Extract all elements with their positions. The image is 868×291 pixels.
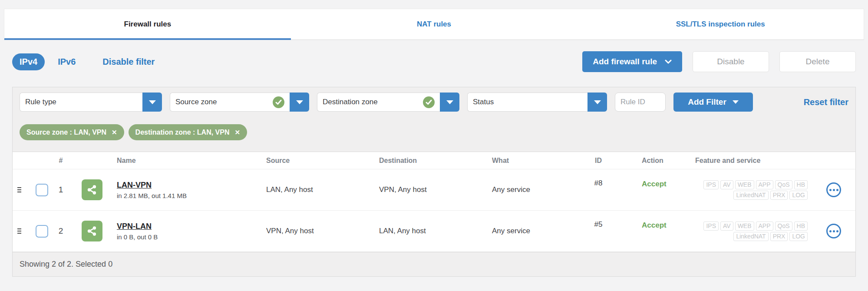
ellipsis-icon xyxy=(836,189,838,191)
header-destination: Destination xyxy=(373,157,485,165)
ellipsis-icon xyxy=(836,230,838,232)
rule-source: VPN, Any host xyxy=(260,227,373,235)
tab-nat-rules[interactable]: NAT rules xyxy=(291,9,578,40)
ipv6-toggle[interactable]: IPv6 xyxy=(58,57,76,67)
rule-name-cell: LAN-VPN in 2.81 MB, out 1.41 MB xyxy=(110,181,260,199)
destination-zone-filter-label-box: Destination zone xyxy=(317,93,440,112)
source-zone-filter-dropdown[interactable]: Source zone xyxy=(170,93,309,112)
firewall-rules-table: # Name Source Destination What ID Action… xyxy=(13,152,855,252)
feature-badge: LinkedNAT xyxy=(733,232,768,241)
feature-badges: IPS AV WEB APP QoS HB LinkedNAT PRX LOG xyxy=(663,180,812,200)
feature-badge: AV xyxy=(720,180,733,189)
feature-badge: LOG xyxy=(789,191,808,200)
tab-label: Firewall rules xyxy=(124,20,172,29)
feature-badge: PRX xyxy=(770,191,788,200)
rule-traffic: in 0 B, out 0 B xyxy=(117,233,260,241)
disable-button[interactable]: Disable xyxy=(693,51,769,72)
header-source: Source xyxy=(260,157,373,165)
rule-action: Accept xyxy=(616,169,663,188)
ipv4-toggle[interactable]: IPv4 xyxy=(12,53,45,70)
close-icon[interactable]: ✕ xyxy=(235,129,241,136)
feature-badge: IPS xyxy=(703,180,719,189)
triangle-down-icon xyxy=(446,100,453,104)
add-filter-button[interactable]: Add Filter xyxy=(673,93,753,112)
tab-firewall-rules[interactable]: Firewall rules xyxy=(4,9,291,40)
firewall-rules-panel: Rule type Source zone Destination zone xyxy=(12,87,856,277)
feature-badge: PRX xyxy=(770,232,788,241)
feature-badge: QoS xyxy=(775,222,792,231)
row-menu-button[interactable] xyxy=(826,224,841,238)
check-circle-icon xyxy=(423,96,435,108)
rule-destination: LAN, Any host xyxy=(373,227,485,235)
row-menu-button[interactable] xyxy=(826,182,841,197)
feature-badges: IPS AV WEB APP QoS HB LinkedNAT PRX LOG xyxy=(663,222,812,241)
row-menu-cell xyxy=(826,182,841,197)
triangle-down-icon xyxy=(594,100,601,104)
rule-id-input[interactable] xyxy=(615,93,666,112)
drag-handle-icon[interactable] xyxy=(17,228,21,234)
rule-name-cell: VPN-LAN in 0 B, out 0 B xyxy=(110,222,260,241)
rule-id: #5 xyxy=(581,211,616,229)
close-icon[interactable]: ✕ xyxy=(112,129,117,136)
header-number: # xyxy=(48,157,73,165)
rule-source: LAN, Any host xyxy=(260,185,373,194)
reset-filter-link[interactable]: Reset filter xyxy=(804,97,848,107)
tab-label: NAT rules xyxy=(417,20,451,29)
ellipsis-icon xyxy=(833,230,835,232)
table-row: 2 VPN-LAN in 0 B, out 0 B VPN, Any host … xyxy=(13,211,855,252)
rule-traffic: in 2.81 MB, out 1.41 MB xyxy=(117,192,260,199)
drag-handle-icon[interactable] xyxy=(17,187,21,192)
table-header-row: # Name Source Destination What ID Action… xyxy=(13,152,855,169)
feature-badge: APP xyxy=(756,222,773,231)
status-dropdown-toggle-button[interactable] xyxy=(587,93,607,112)
feature-badge: WEB xyxy=(735,180,754,189)
ellipsis-icon xyxy=(833,189,835,191)
feature-badge: WEB xyxy=(735,222,754,231)
feature-badge: LOG xyxy=(789,232,808,241)
rule-type-share-icon xyxy=(82,179,102,200)
disable-filter-link[interactable]: Disable filter xyxy=(102,57,155,67)
delete-button[interactable]: Delete xyxy=(779,51,856,72)
filter-chip-label: Source zone : LAN, VPN xyxy=(26,129,106,136)
source-zone-dropdown-toggle-button[interactable] xyxy=(290,93,309,112)
header-action: Action xyxy=(616,157,663,165)
rule-action: Accept xyxy=(616,211,663,230)
destination-zone-dropdown-toggle-button[interactable] xyxy=(440,93,459,112)
badge-line: LinkedNAT PRX LOG xyxy=(733,191,808,200)
badge-line: IPS AV WEB APP QoS HB xyxy=(703,222,808,231)
tab-bar: Firewall rules NAT rules SSL/TLS inspect… xyxy=(4,9,864,40)
rule-type-dropdown-toggle-button[interactable] xyxy=(142,93,162,112)
row-checkbox[interactable] xyxy=(36,225,48,238)
row-checkbox[interactable] xyxy=(36,184,48,196)
ellipsis-icon xyxy=(829,189,832,191)
actions-row: IPv4 IPv6 Disable filter Add firewall ru… xyxy=(12,51,856,72)
add-firewall-rule-button[interactable]: Add firewall rule xyxy=(582,51,682,72)
header-id: ID xyxy=(581,157,616,165)
tab-ssl-tls-inspection-rules[interactable]: SSL/TLS inspection rules xyxy=(577,9,864,40)
filter-chip-source-zone: Source zone : LAN, VPN ✕ xyxy=(20,124,124,140)
table-footer: Showing 2 of 2. Selected 0 xyxy=(13,252,855,276)
source-zone-filter-label: Source zone xyxy=(175,98,217,106)
filter-chip-label: Destination zone : LAN, VPN xyxy=(135,129,230,136)
filter-chip-destination-zone: Destination zone : LAN, VPN ✕ xyxy=(129,124,247,140)
rule-name-link[interactable]: LAN-VPN xyxy=(117,181,152,190)
rule-what: Any service xyxy=(485,227,581,235)
status-filter-dropdown[interactable]: Status xyxy=(467,93,607,112)
triangle-down-icon xyxy=(733,100,739,104)
rule-destination: VPN, Any host xyxy=(373,185,485,194)
check-circle-icon xyxy=(273,96,284,108)
rule-type-filter-label: Rule type xyxy=(25,98,56,106)
destination-zone-filter-label: Destination zone xyxy=(323,98,378,106)
tab-label: SSL/TLS inspection rules xyxy=(676,20,765,29)
rule-type-filter-label-box: Rule type xyxy=(20,93,142,112)
feature-badge: QoS xyxy=(775,180,792,189)
triangle-down-icon xyxy=(149,100,156,104)
feature-badge: LinkedNAT xyxy=(733,191,768,200)
triangle-down-icon xyxy=(296,100,303,104)
ellipsis-icon xyxy=(829,230,832,232)
row-number: 2 xyxy=(48,226,73,236)
rule-name-link[interactable]: VPN-LAN xyxy=(117,222,152,231)
destination-zone-filter-dropdown[interactable]: Destination zone xyxy=(317,93,459,112)
status-filter-label-box: Status xyxy=(467,93,587,112)
rule-type-filter-dropdown[interactable]: Rule type xyxy=(20,93,162,112)
